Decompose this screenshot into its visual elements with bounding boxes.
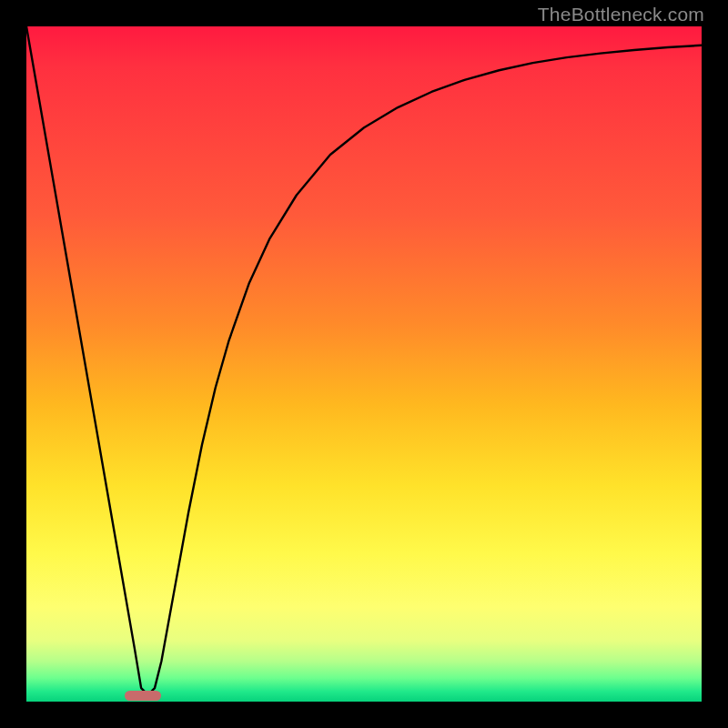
watermark-text: TheBottleneck.com: [538, 4, 704, 25]
chart-stage: TheBottleneck.com: [0, 0, 728, 728]
gradient-background: [26, 26, 702, 702]
optimal-zone-marker: [125, 691, 161, 701]
